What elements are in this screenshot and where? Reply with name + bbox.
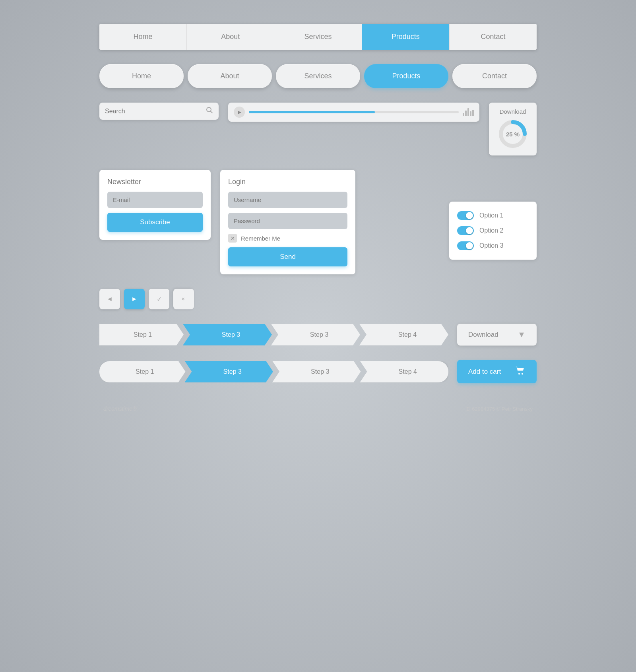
toggle-3[interactable] <box>457 241 474 250</box>
option-label-3: Option 3 <box>479 242 503 249</box>
remember-row: ✕ Remember Me <box>228 234 347 243</box>
newsletter-title: Newsletter <box>107 178 203 186</box>
down-button[interactable]: » <box>173 289 194 309</box>
search-input[interactable] <box>105 108 203 115</box>
step-1-1[interactable]: Step 1 <box>99 324 184 346</box>
svg-line-1 <box>211 111 213 113</box>
nav-flat-contact[interactable]: Contact <box>450 24 537 50</box>
progress-track[interactable] <box>249 111 459 113</box>
media-player: ▶ <box>228 103 479 122</box>
steps-row-2: Step 1 Step 3 Step 3 Step 4 <box>99 361 448 383</box>
nav-rounded-home[interactable]: Home <box>99 64 184 88</box>
newsletter-widget: Newsletter Subscribe <box>99 170 211 240</box>
nav-rounded-about[interactable]: About <box>188 64 272 88</box>
nav-rounded-products[interactable]: Products <box>364 64 448 88</box>
option-label-2: Option 2 <box>479 227 503 234</box>
step-1-4[interactable]: Step 4 <box>359 324 448 346</box>
download-widget: Download 25 % <box>489 103 537 155</box>
photo-id: ID 62984375 © Petr Stransky <box>465 406 533 412</box>
donut-chart: 25 % <box>497 118 529 150</box>
toggle-2[interactable] <box>457 226 474 235</box>
steps-section-1: Step 1 Step 3 Step 3 Step 4 Download ▼ <box>99 324 537 346</box>
option-row-3: Option 3 <box>457 238 529 253</box>
nav-bar-flat: Home About Services Products Contact <box>99 24 537 50</box>
dreamstime-logo: dreamstime® <box>103 406 136 412</box>
nav-flat-about[interactable]: About <box>187 24 274 50</box>
add-to-cart-button[interactable]: Add to cart <box>457 360 537 383</box>
password-input[interactable] <box>228 213 347 229</box>
remember-checkbox[interactable]: ✕ <box>228 234 237 243</box>
step-2-2[interactable]: Step 3 <box>185 361 273 383</box>
step-1-2[interactable]: Step 3 <box>183 324 272 346</box>
vol-bar-1 <box>463 113 464 116</box>
progress-fill <box>249 111 375 113</box>
svg-point-5 <box>522 373 523 375</box>
download-widget-title: Download <box>500 108 526 115</box>
nav-flat-home[interactable]: Home <box>99 24 187 50</box>
prev-button[interactable]: ◄ <box>99 289 120 309</box>
play-button[interactable]: ▶ <box>234 107 245 118</box>
step-2-4[interactable]: Step 4 <box>360 361 449 383</box>
search-icon <box>206 107 213 116</box>
username-input[interactable] <box>228 192 347 208</box>
step-1-3[interactable]: Step 3 <box>271 324 360 346</box>
login-widget: Login ✕ Remember Me Send <box>220 170 355 274</box>
download-btn-label: Download <box>468 331 498 339</box>
vol-bar-2 <box>465 111 467 116</box>
email-input[interactable] <box>107 192 203 208</box>
options-widget: Option 1 Option 2 Option 3 <box>449 202 537 260</box>
controls-row: ◄ ► ✓ » <box>99 289 537 309</box>
volume-bars <box>463 108 474 116</box>
vol-bar-3 <box>467 108 469 116</box>
add-to-cart-label: Add to cart <box>468 368 501 376</box>
cart-icon <box>515 366 525 377</box>
step-2-1[interactable]: Step 1 <box>99 361 186 383</box>
nav-bar-rounded: Home About Services Products Contact <box>99 64 537 88</box>
login-title: Login <box>228 178 347 186</box>
send-button[interactable]: Send <box>228 247 347 266</box>
search-widget <box>99 103 219 120</box>
vol-bar-5 <box>472 110 474 116</box>
play-ctrl-button[interactable]: ► <box>124 289 145 309</box>
remember-label: Remember Me <box>241 235 280 242</box>
check-button[interactable]: ✓ <box>149 289 169 309</box>
footer: dreamstime® ID 62984375 © Petr Stransky <box>99 406 537 412</box>
nav-flat-products[interactable]: Products <box>362 24 450 50</box>
download-button[interactable]: Download ▼ <box>457 324 537 346</box>
step-2-3[interactable]: Step 3 <box>272 361 361 383</box>
donut-percent-label: 25 % <box>506 131 520 138</box>
nav-flat-services[interactable]: Services <box>274 24 362 50</box>
download-arrow-icon: ▼ <box>518 330 525 339</box>
nav-rounded-services[interactable]: Services <box>276 64 360 88</box>
option-label-1: Option 1 <box>479 212 503 219</box>
forms-row: Newsletter Subscribe Login ✕ Remember Me… <box>99 170 537 274</box>
svg-point-4 <box>518 373 520 375</box>
steps-row-1: Step 1 Step 3 Step 3 Step 4 <box>99 324 448 346</box>
toggle-1[interactable] <box>457 211 474 220</box>
option-row-1: Option 1 <box>457 208 529 223</box>
option-row-2: Option 2 <box>457 223 529 238</box>
widgets-row: ▶ Download 25 % <box>99 103 537 155</box>
vol-bar-4 <box>470 111 471 116</box>
steps-section-2: Step 1 Step 3 Step 3 Step 4 Add to cart <box>99 360 537 383</box>
subscribe-button[interactable]: Subscribe <box>107 213 203 232</box>
nav-rounded-contact[interactable]: Contact <box>452 64 537 88</box>
